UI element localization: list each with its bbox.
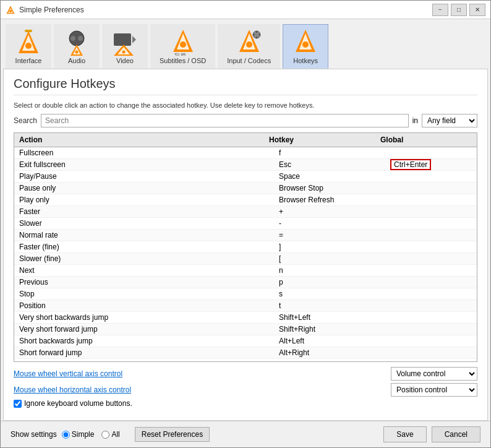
mouse-horizontal-control: Mouse wheel horizontal axis control Volu…	[14, 383, 477, 397]
action-cell: Short forward jump	[17, 348, 276, 358]
table-row[interactable]: Short backwards jumpAlt+Left	[14, 335, 477, 347]
action-cell: Next	[17, 265, 276, 275]
svg-point-2	[9, 10, 12, 12]
mouse-vertical-label[interactable]: Mouse wheel vertical axis control	[14, 369, 122, 378]
table-row[interactable]: Normal rate=	[14, 230, 477, 241]
table-row[interactable]: Previousp	[14, 277, 477, 288]
action-cell: Position	[17, 301, 276, 311]
table-row[interactable]: Faster (fine)]	[14, 241, 477, 253]
table-body[interactable]: FullscreenfExit fullscreenEscCtrl+EnterP…	[14, 147, 477, 361]
hotkey-cell: -	[276, 218, 388, 228]
hotkey-cell: p	[276, 277, 388, 287]
page-title: Configure Hotkeys	[14, 77, 477, 95]
action-cell: Pause only	[17, 183, 276, 193]
search-label: Search	[14, 116, 37, 125]
hotkey-cell: s	[276, 289, 388, 299]
table-row[interactable]: Nextn	[14, 265, 477, 277]
action-cell: Faster	[17, 207, 276, 217]
global-cell	[388, 230, 474, 240]
global-cell	[388, 360, 474, 361]
minimize-button[interactable]: −	[432, 4, 448, 16]
subtitles-tab-label: Subtitles / OSD	[160, 57, 206, 64]
table-row[interactable]: Play onlyBrowser Refresh	[14, 194, 477, 206]
action-cell: Stop	[17, 289, 276, 299]
video-tab-label: Video	[116, 57, 134, 64]
keyboard-volume-row: Ignore keyboard volume buttons.	[14, 399, 477, 408]
close-button[interactable]: ✕	[469, 4, 485, 16]
cancel-button[interactable]: Cancel	[432, 426, 480, 442]
save-button[interactable]: Save	[383, 426, 426, 442]
table-row[interactable]: Short forward jumpAlt+Right	[14, 347, 477, 359]
table-row[interactable]: Very short backwards jumpShift+Left	[14, 312, 477, 324]
table-header: Action Hotkey Global	[14, 133, 477, 147]
global-cell	[388, 218, 474, 228]
mouse-horizontal-label[interactable]: Mouse wheel horizontal axis control	[14, 386, 131, 394]
global-cell	[388, 183, 474, 193]
global-cell	[388, 289, 474, 299]
tab-video[interactable]: Video	[102, 24, 148, 69]
radio-simple[interactable]	[62, 431, 70, 439]
mouse-horizontal-dropdown[interactable]: Volume control Position control None	[391, 383, 477, 397]
tab-interface[interactable]: Interface	[6, 24, 51, 69]
radio-all-label: All	[101, 430, 119, 439]
input-icon	[236, 28, 263, 56]
table-row[interactable]: Fullscreenf	[14, 147, 477, 159]
table-row[interactable]: Pause onlyBrowser Stop	[14, 183, 477, 194]
audio-icon	[63, 28, 90, 56]
video-icon	[111, 28, 139, 56]
radio-all-text: All	[111, 430, 119, 439]
action-cell: Very short backwards jump	[17, 312, 276, 322]
table-row[interactable]: Stops	[14, 288, 477, 300]
global-cell	[388, 336, 474, 346]
maximize-button[interactable]: □	[451, 4, 467, 16]
table-row[interactable]: Positiont	[14, 300, 477, 312]
window-title: Simple Preferences	[19, 6, 432, 14]
svg-point-20	[180, 41, 186, 48]
reset-preferences-button[interactable]: Reset Preferences	[135, 427, 210, 442]
tab-subtitles[interactable]: SUB Subtitles / OSD	[150, 24, 215, 69]
tab-bar: Interface Audio Video SUB Subtitles / OS…	[1, 19, 490, 69]
interface-tab-label: Interface	[15, 57, 42, 64]
svg-point-17	[122, 51, 126, 54]
action-cell: Play/Pause	[17, 171, 276, 181]
table-row[interactable]: Faster+	[14, 206, 477, 218]
hotkey-cell: Alt+Left	[276, 336, 388, 346]
table-row[interactable]: Exit fullscreenEscCtrl+Enter	[14, 159, 477, 171]
global-cell: Ctrl+Enter	[388, 160, 474, 170]
tab-input[interactable]: Input / Codecs	[218, 24, 280, 69]
footer: Show settings Simple All Reset Preferenc…	[1, 421, 490, 447]
table-row[interactable]: Play/PauseSpace	[14, 171, 477, 183]
radio-all[interactable]	[101, 431, 109, 439]
svg-point-24	[246, 41, 252, 48]
tab-hotkeys[interactable]: Hotkeys	[283, 24, 328, 69]
global-cell	[388, 301, 474, 311]
table-row[interactable]: Slower (fine)[	[14, 253, 477, 265]
show-settings: Show settings Simple All Reset Preferenc…	[11, 427, 210, 442]
svg-rect-13	[114, 33, 131, 46]
hotkeys-tab-label: Hotkeys	[293, 57, 318, 64]
col-scroll	[464, 134, 474, 145]
table-row[interactable]: Medium backwards jumpCtrl+Left	[14, 359, 477, 361]
table-row[interactable]: Slower-	[14, 218, 477, 230]
tab-audio[interactable]: Audio	[54, 24, 100, 69]
ignore-keyboard-checkbox[interactable]	[14, 400, 22, 408]
table-row[interactable]: Very short forward jumpShift+Right	[14, 324, 477, 335]
action-cell: Previous	[17, 277, 276, 287]
hotkey-cell: Alt+Right	[276, 348, 388, 358]
hotkey-cell: Shift+Left	[276, 312, 388, 322]
footer-buttons: Save Cancel	[383, 426, 480, 442]
bottom-controls: Mouse wheel vertical axis control Volume…	[14, 362, 477, 413]
search-input[interactable]	[41, 114, 409, 127]
content-area: Configure Hotkeys Select or double click…	[3, 69, 488, 421]
search-field-dropdown[interactable]: Any field	[422, 114, 477, 127]
action-cell: Exit fullscreen	[17, 160, 276, 170]
hotkey-cell: Browser Stop	[276, 183, 388, 193]
mouse-vertical-dropdown[interactable]: Volume control Position control None	[391, 367, 477, 381]
svg-text:SUB: SUB	[174, 52, 186, 56]
audio-tab-label: Audio	[68, 57, 85, 64]
hotkey-cell: Space	[276, 171, 388, 181]
global-cell	[388, 195, 474, 205]
hotkey-cell: t	[276, 301, 388, 311]
action-cell: Medium backwards jump	[17, 360, 276, 361]
global-cell	[388, 148, 474, 158]
